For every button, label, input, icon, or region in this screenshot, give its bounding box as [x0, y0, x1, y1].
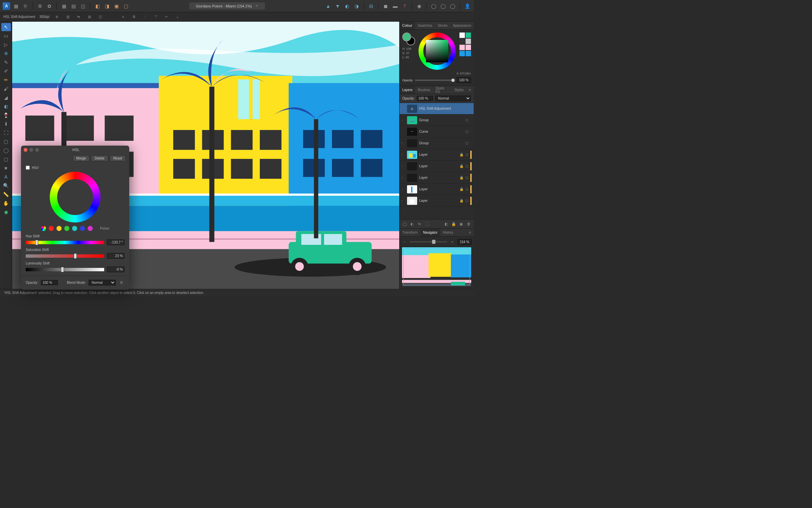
gradient-tool[interactable]: ◐ [1, 102, 11, 110]
fill-tool[interactable]: ◢ [1, 93, 11, 102]
new-doc-icon[interactable]: ⎘ [22, 2, 29, 10]
layer-row[interactable]: › Layer 🔒 [400, 149, 474, 161]
tab-colour[interactable]: Colour [400, 22, 415, 29]
context-icon-1[interactable]: ⊕ [53, 14, 60, 20]
layer-row[interactable]: › Group [400, 137, 474, 149]
tab-history[interactable]: History [440, 229, 456, 236]
move-tool[interactable]: ↖ [1, 23, 11, 31]
layer-list[interactable]: ◎ HSL Shift Adjustment ›🚙 Group 〰 Curve … [400, 103, 474, 219]
zoom-slider[interactable] [410, 241, 447, 242]
align-h-right-icon[interactable]: ⋮ [141, 14, 148, 20]
flip-v-icon[interactable]: ▼ [334, 2, 341, 10]
pencil-tool[interactable]: ✐ [1, 67, 11, 75]
delete-layer-icon[interactable]: 🗑 [466, 221, 472, 227]
hue-value[interactable]: -133.7 ° [107, 239, 125, 245]
guides-icon[interactable]: ◫ [79, 2, 87, 10]
picker-button[interactable]: Picker [100, 227, 110, 230]
reset-button[interactable]: Reset [110, 155, 126, 162]
luminosity-slider[interactable] [26, 268, 104, 271]
place-tool[interactable]: ⬇ [1, 120, 11, 128]
cloud-2-icon[interactable]: ◯ [439, 2, 447, 10]
colour-opacity-slider[interactable] [415, 80, 455, 81]
measure-tool[interactable]: 📏 [1, 190, 11, 198]
marquee-tool[interactable]: ▭ [1, 32, 11, 40]
channel-blue[interactable] [80, 226, 85, 231]
star-tool[interactable]: ★ [1, 164, 11, 172]
gear-icon[interactable]: ⚙ [118, 279, 125, 285]
rectangle-tool[interactable]: ▢ [1, 137, 11, 146]
help-icon[interactable]: ? [401, 2, 408, 10]
channel-yellow[interactable] [57, 226, 62, 231]
tab-navigator[interactable]: Navigator [420, 229, 440, 236]
align-v-top-icon[interactable]: ⊤ [152, 14, 159, 20]
delete-button[interactable]: Delete [91, 155, 108, 162]
move-forward-icon[interactable]: ◨ [103, 2, 111, 10]
tab-quickfx[interactable]: Quick FX [433, 86, 452, 94]
adjustment-icon[interactable]: ◐ [409, 221, 415, 227]
channel-magenta[interactable] [88, 226, 93, 231]
grid-icon[interactable]: ▤ [70, 2, 77, 10]
saturation-slider[interactable] [26, 254, 104, 258]
context-icon-4[interactable]: ▤ [86, 14, 93, 20]
hue-slider[interactable] [26, 241, 104, 244]
align-h-left-icon[interactable]: ≡ [120, 14, 127, 20]
channel-green[interactable] [64, 226, 69, 231]
zoom-value[interactable]: 154 % [457, 239, 472, 245]
prefs-icon[interactable]: ⚙ [36, 2, 44, 10]
tab-styles[interactable]: Styles [452, 86, 466, 94]
tab-appearance[interactable]: Appearance [450, 22, 474, 29]
crop-layer-icon[interactable]: ⛶ [424, 221, 430, 227]
fx-icon[interactable]: fx [416, 221, 423, 227]
context-icon-5[interactable]: ◫ [97, 14, 104, 20]
move-back-icon[interactable]: ◧ [94, 2, 101, 10]
tab-transform[interactable]: Transform [400, 229, 420, 236]
mask-icon[interactable]: ◯ [402, 221, 408, 227]
layer-row[interactable]: › Layer 🔒 [400, 195, 474, 207]
align-v-bottom-icon[interactable]: ⊥ [174, 14, 181, 20]
lock-layer-icon[interactable]: 🔒 [451, 221, 457, 227]
align-v-middle-icon[interactable]: ⊢ [163, 14, 170, 20]
context-icon-2[interactable]: ▥ [64, 14, 71, 20]
tab-brushes[interactable]: Brushes [415, 86, 433, 94]
merge-button[interactable]: Merge [73, 155, 90, 162]
move-front-icon[interactable]: ▣ [113, 2, 120, 10]
tag-icon[interactable]: ◧ [443, 221, 449, 227]
layer-blend-select[interactable]: Normal [435, 96, 471, 101]
zoom-tool[interactable]: 🔍 [1, 182, 11, 190]
swatch-tool[interactable]: ◉ [1, 208, 11, 216]
hsl-blend-select[interactable]: Normal [89, 280, 116, 285]
tab-layers[interactable]: Layers [400, 86, 415, 94]
tab-swatches[interactable]: Swatches [415, 22, 435, 29]
document-title[interactable]: Giordano Poloni - Miami (154.1%) ✶ [189, 2, 265, 9]
fill-stroke-selector[interactable] [402, 33, 415, 45]
cloud-1-icon[interactable]: ◯ [430, 2, 437, 10]
brush-tool[interactable]: ✏ [1, 76, 11, 84]
transparency-tool[interactable]: 🍷 [1, 111, 11, 119]
persona-icon[interactable]: ▦ [12, 2, 20, 10]
text-tool[interactable]: A [1, 173, 11, 181]
boolean-add-icon[interactable]: ◼ [382, 2, 389, 10]
colour-opacity-value[interactable]: 100 % [457, 77, 471, 83]
paint-brush-tool[interactable]: 🖌 [1, 85, 11, 93]
navigator-preview[interactable] [402, 247, 472, 287]
minimize-icon[interactable] [29, 148, 33, 152]
colour-wheel[interactable] [419, 33, 456, 70]
layer-row[interactable]: › Layer 🔒 [400, 184, 474, 195]
layer-opacity-input[interactable] [417, 96, 433, 101]
zoom-out-button[interactable]: − [402, 239, 408, 245]
move-behind-icon[interactable]: ▢ [122, 2, 130, 10]
contour-tool[interactable]: ✲ [1, 49, 11, 58]
dialog-titlebar[interactable]: HSL [21, 146, 129, 154]
doc-setup-icon[interactable]: ✿ [46, 2, 53, 10]
channel-red[interactable] [49, 226, 54, 231]
channel-cyan[interactable] [72, 226, 77, 231]
luminosity-value[interactable]: -9 % [107, 267, 125, 272]
context-icon-3[interactable]: ⇆ [75, 14, 82, 20]
layer-row[interactable]: 〰 Curve [400, 126, 474, 137]
flip-h-icon[interactable]: ▲ [324, 2, 332, 10]
cloud-3-icon[interactable]: ◯ [449, 2, 456, 10]
insert-target-icon[interactable]: ◉ [415, 2, 423, 10]
rotate-ccw-icon[interactable]: ◐ [343, 2, 351, 10]
layer-row[interactable]: ›🚙 Group [400, 114, 474, 126]
boolean-sub-icon[interactable]: ▬ [391, 2, 399, 10]
